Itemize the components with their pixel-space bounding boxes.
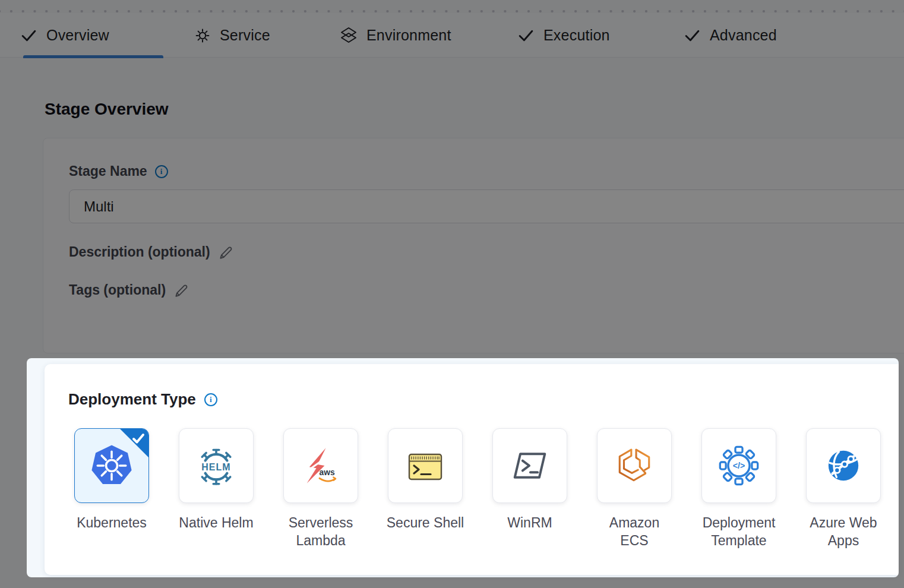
svg-text:aws: aws: [320, 467, 335, 477]
check-icon: [21, 27, 37, 43]
description-label: Description (optional): [69, 244, 210, 260]
deployment-type-serverless-lambda[interactable]: aws Serverless Lambda: [283, 428, 358, 503]
svg-text:</>: </>: [733, 461, 745, 470]
tab-environment[interactable]: Environment: [340, 13, 451, 58]
svg-text:HELM: HELM: [201, 462, 230, 472]
deployment-type-tile[interactable]: aws: [283, 428, 358, 503]
deployment-template-icon: </>: [718, 445, 760, 486]
tab-overview[interactable]: Overview: [21, 13, 109, 58]
tags-label: Tags (optional): [69, 282, 166, 298]
pipeline-canvas-dots: [0, 0, 904, 13]
deployment-type-tile[interactable]: [806, 428, 881, 503]
deployment-type-title: Deployment Type: [68, 390, 196, 409]
tab-label: Environment: [366, 27, 451, 44]
deployment-type-label: Amazon ECS: [579, 514, 690, 549]
secure-shell-icon: [406, 447, 444, 485]
info-icon[interactable]: [155, 165, 168, 178]
layers-icon: [340, 27, 357, 44]
stage-name-input[interactable]: [69, 189, 904, 223]
active-tab-underline: [23, 55, 163, 58]
tab-execution[interactable]: Execution: [518, 13, 610, 58]
deployment-type-grid: Kubernetes HELMNative Helm aws Serverles…: [74, 428, 881, 503]
deployment-type-panel: Deployment Type Kubernetes HELMNative He…: [27, 358, 899, 577]
tab-label: Advanced: [710, 27, 777, 44]
selected-check-icon: [132, 432, 145, 447]
deployment-type-secure-shell[interactable]: Secure Shell: [388, 428, 463, 503]
deployment-type-tile[interactable]: [492, 428, 567, 503]
winrm-icon: [512, 448, 548, 483]
stage-overview-title: Stage Overview: [45, 100, 169, 119]
deployment-type-card: Deployment Type Kubernetes HELMNative He…: [45, 364, 899, 575]
deployment-type-native-helm[interactable]: HELMNative Helm: [179, 428, 254, 503]
amazon-ecs-icon: [615, 446, 654, 485]
tab-label: Overview: [46, 27, 109, 44]
deployment-type-amazon-ecs[interactable]: Amazon ECS: [597, 428, 672, 503]
deployment-type-label: Secure Shell: [370, 514, 481, 532]
info-icon[interactable]: [204, 393, 217, 406]
deployment-type-tile[interactable]: [74, 428, 149, 503]
stage-overview-card: Stage Name Description (optional) Tags (…: [43, 138, 904, 353]
deployment-type-label: Deployment Template: [684, 514, 794, 549]
tab-advanced[interactable]: Advanced: [684, 13, 777, 58]
deployment-type-label: Native Helm: [161, 514, 271, 532]
stage-name-label: Stage Name: [69, 163, 147, 179]
tab-service[interactable]: Service: [195, 13, 270, 58]
deployment-type-label: Kubernetes: [56, 514, 167, 532]
deployment-type-tile[interactable]: [388, 428, 463, 503]
deployment-type-kubernetes[interactable]: Kubernetes: [74, 428, 149, 503]
check-icon: [518, 27, 534, 43]
deployment-type-azure-web-apps[interactable]: Azure Web Apps: [806, 428, 881, 503]
deployment-type-tile[interactable]: HELM: [179, 428, 254, 503]
tab-label: Execution: [543, 27, 610, 44]
deployment-type-tile[interactable]: </>: [701, 428, 776, 503]
deployment-type-label: Serverless Lambda: [265, 514, 376, 549]
stage-tabbar: Overview Service Environment Execution A…: [0, 13, 904, 58]
deployment-type-label: Azure Web Apps: [788, 514, 899, 549]
deployment-type-tile[interactable]: [597, 428, 672, 503]
serverless-lambda-icon: aws: [301, 445, 341, 486]
edit-pencil-icon[interactable]: [173, 283, 188, 298]
tab-label: Service: [220, 27, 270, 44]
edit-pencil-icon[interactable]: [218, 245, 232, 260]
deployment-type-deployment-template[interactable]: </>Deployment Template: [701, 428, 776, 503]
azure-web-apps-icon: [825, 447, 862, 484]
deployment-type-winrm[interactable]: WinRM: [492, 428, 567, 503]
deployment-type-label: WinRM: [475, 514, 585, 532]
gear-icon: [195, 28, 210, 43]
helm-icon: HELM: [196, 445, 236, 486]
check-icon: [684, 27, 700, 43]
